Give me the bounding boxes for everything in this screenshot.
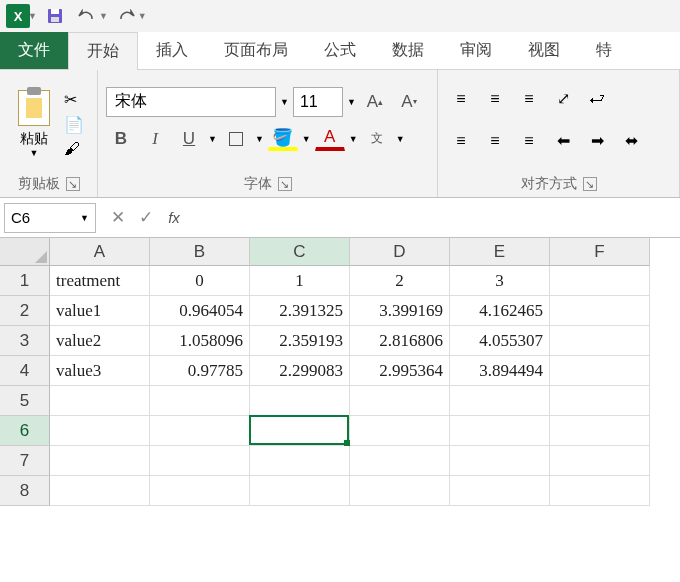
row-header-2[interactable]: 2 <box>0 296 50 326</box>
font-size-input[interactable] <box>293 87 343 117</box>
cell-B2[interactable]: 0.964054 <box>150 296 250 326</box>
tab-insert[interactable]: 插入 <box>138 32 206 69</box>
underline-dropdown-icon[interactable]: ▼ <box>208 134 217 144</box>
merge-button[interactable]: ⬌ <box>616 127 646 155</box>
cell-A4[interactable]: value3 <box>50 356 150 386</box>
cancel-formula-button[interactable]: ✕ <box>104 204 132 232</box>
borders-button[interactable] <box>221 125 251 153</box>
decrease-font-button[interactable]: A▾ <box>394 88 424 116</box>
fill-color-dropdown-icon[interactable]: ▼ <box>302 134 311 144</box>
cell-A5[interactable] <box>50 386 150 416</box>
phonetic-button[interactable]: 文 <box>362 125 392 153</box>
cell-B7[interactable] <box>150 446 250 476</box>
undo-dropdown-icon[interactable]: ▼ <box>99 11 108 21</box>
clipboard-dialog-launcher[interactable]: ↘ <box>66 177 80 191</box>
cell-E5[interactable] <box>450 386 550 416</box>
row-header-3[interactable]: 3 <box>0 326 50 356</box>
cell-F6[interactable] <box>550 416 650 446</box>
cell-F4[interactable] <box>550 356 650 386</box>
row-header-1[interactable]: 1 <box>0 266 50 296</box>
bold-button[interactable]: B <box>106 125 136 153</box>
cell-C2[interactable]: 2.391325 <box>250 296 350 326</box>
name-box[interactable]: C6 ▼ <box>4 203 96 233</box>
qat-logo-dropdown-icon[interactable]: ▼ <box>28 11 37 21</box>
cell-F5[interactable] <box>550 386 650 416</box>
underline-button[interactable]: U <box>174 125 204 153</box>
tab-formulas[interactable]: 公式 <box>306 32 374 69</box>
cell-E8[interactable] <box>450 476 550 506</box>
increase-font-button[interactable]: A▴ <box>360 88 390 116</box>
cell-A8[interactable] <box>50 476 150 506</box>
formula-input[interactable] <box>188 204 676 232</box>
cell-E4[interactable]: 3.894494 <box>450 356 550 386</box>
cut-button[interactable]: ✂ <box>64 90 84 109</box>
cell-D1[interactable]: 2 <box>350 266 450 296</box>
redo-button[interactable] <box>112 3 140 29</box>
italic-button[interactable]: I <box>140 125 170 153</box>
align-dialog-launcher[interactable]: ↘ <box>583 177 597 191</box>
enter-formula-button[interactable]: ✓ <box>132 204 160 232</box>
cell-B5[interactable] <box>150 386 250 416</box>
tab-file[interactable]: 文件 <box>0 32 68 69</box>
cell-C8[interactable] <box>250 476 350 506</box>
align-bottom-button[interactable]: ≡ <box>514 85 544 113</box>
cell-E7[interactable] <box>450 446 550 476</box>
font-dialog-launcher[interactable]: ↘ <box>278 177 292 191</box>
cell-F1[interactable] <box>550 266 650 296</box>
select-all-corner[interactable] <box>0 238 50 266</box>
format-painter-button[interactable]: 🖌 <box>64 140 84 158</box>
undo-button[interactable] <box>73 3 101 29</box>
fill-color-button[interactable]: 🪣 <box>268 127 298 151</box>
font-color-dropdown-icon[interactable]: ▼ <box>349 134 358 144</box>
align-left-button[interactable]: ≡ <box>446 127 476 155</box>
copy-button[interactable]: 📄 <box>64 115 84 134</box>
name-box-dropdown-icon[interactable]: ▼ <box>80 213 89 223</box>
cell-C5[interactable] <box>250 386 350 416</box>
cell-D5[interactable] <box>350 386 450 416</box>
cell-B4[interactable]: 0.97785 <box>150 356 250 386</box>
cell-C4[interactable]: 2.299083 <box>250 356 350 386</box>
cell-E6[interactable] <box>450 416 550 446</box>
cell-E3[interactable]: 4.055307 <box>450 326 550 356</box>
paste-button[interactable]: 粘贴 ▼ <box>8 90 60 158</box>
column-header-B[interactable]: B <box>150 238 250 266</box>
cell-D6[interactable] <box>350 416 450 446</box>
cell-C7[interactable] <box>250 446 350 476</box>
font-name-input[interactable] <box>106 87 276 117</box>
font-name-dropdown-icon[interactable]: ▼ <box>280 97 289 107</box>
row-header-6[interactable]: 6 <box>0 416 50 446</box>
column-header-A[interactable]: A <box>50 238 150 266</box>
column-header-F[interactable]: F <box>550 238 650 266</box>
align-right-button[interactable]: ≡ <box>514 127 544 155</box>
cell-D3[interactable]: 2.816806 <box>350 326 450 356</box>
cell-D2[interactable]: 3.399169 <box>350 296 450 326</box>
cell-D4[interactable]: 2.995364 <box>350 356 450 386</box>
font-color-button[interactable]: A <box>315 127 345 151</box>
tab-extra[interactable]: 特 <box>578 32 630 69</box>
tab-layout[interactable]: 页面布局 <box>206 32 306 69</box>
cell-B8[interactable] <box>150 476 250 506</box>
row-header-4[interactable]: 4 <box>0 356 50 386</box>
cell-B3[interactable]: 1.058096 <box>150 326 250 356</box>
row-header-7[interactable]: 7 <box>0 446 50 476</box>
decrease-indent-button[interactable]: ⬅ <box>548 127 578 155</box>
column-header-D[interactable]: D <box>350 238 450 266</box>
qat-customize-icon[interactable]: ▼ <box>138 11 147 21</box>
tab-view[interactable]: 视图 <box>510 32 578 69</box>
cell-D7[interactable] <box>350 446 450 476</box>
increase-indent-button[interactable]: ➡ <box>582 127 612 155</box>
phonetic-dropdown-icon[interactable]: ▼ <box>396 134 405 144</box>
column-header-E[interactable]: E <box>450 238 550 266</box>
wrap-text-button[interactable]: ⮐ <box>582 85 612 113</box>
cell-A3[interactable]: value2 <box>50 326 150 356</box>
tab-home[interactable]: 开始 <box>68 32 138 70</box>
tab-review[interactable]: 审阅 <box>442 32 510 69</box>
cell-B6[interactable] <box>150 416 250 446</box>
align-middle-button[interactable]: ≡ <box>480 85 510 113</box>
cell-B1[interactable]: 0 <box>150 266 250 296</box>
cell-C3[interactable]: 2.359193 <box>250 326 350 356</box>
cell-A2[interactable]: value1 <box>50 296 150 326</box>
cell-F2[interactable] <box>550 296 650 326</box>
cell-A6[interactable] <box>50 416 150 446</box>
align-center-button[interactable]: ≡ <box>480 127 510 155</box>
